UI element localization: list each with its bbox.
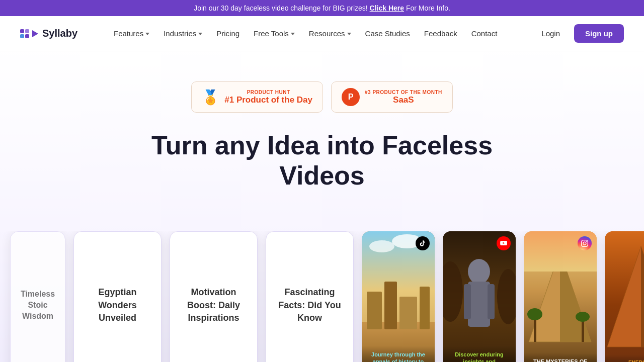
brand-name: Syllaby bbox=[42, 28, 77, 39]
card-overlay: THE MYSTERIES OF ANCIENT EGYPT bbox=[524, 353, 597, 362]
svg-rect-4 bbox=[399, 297, 417, 329]
chevron-down-icon bbox=[347, 33, 351, 35]
svg-point-6 bbox=[369, 240, 394, 252]
medal-icon: 🏅 bbox=[202, 89, 219, 106]
card-overlay: Discover enduring insights and philosoph… bbox=[443, 346, 516, 362]
svg-rect-5 bbox=[420, 287, 430, 329]
svg-rect-18 bbox=[534, 317, 536, 342]
nav-actions: Login Sign up bbox=[533, 24, 624, 43]
banner-text: Join our 30 day faceless video challenge… bbox=[194, 4, 368, 12]
banner-cta[interactable]: Click Here bbox=[370, 4, 404, 12]
navbar: Syllaby Features Industries Pricing Free… bbox=[0, 16, 644, 51]
signup-button[interactable]: Sign up bbox=[574, 24, 624, 43]
nav-industries[interactable]: Industries bbox=[157, 25, 208, 42]
card-title: Fascinating Facts: Did You Know bbox=[276, 286, 343, 324]
badge-product-hunt: 🏅 PRODUCT HUNT #1 Product of the Day bbox=[191, 81, 323, 113]
card-facts: Fascinating Facts: Did You Know bbox=[266, 231, 354, 362]
card-svg bbox=[362, 231, 435, 362]
login-button[interactable]: Login bbox=[533, 25, 568, 42]
promo-banner: Join our 30 day faceless video challenge… bbox=[0, 0, 644, 16]
tiktok-badge bbox=[416, 236, 430, 250]
ph-icon: P bbox=[342, 88, 360, 106]
brand-logo[interactable]: Syllaby bbox=[20, 28, 77, 39]
badge-ph-title: #1 Product of the Day bbox=[224, 95, 312, 105]
logo-play-icon bbox=[32, 30, 38, 37]
card-overlay: ENERGIZEWITH UPLI... bbox=[605, 354, 644, 362]
logo-mark bbox=[20, 29, 38, 38]
chevron-down-icon bbox=[145, 33, 149, 35]
card-egyptian: Egyptian Wonders Unveiled bbox=[73, 231, 162, 362]
card-svg bbox=[605, 231, 644, 362]
card-image: Discover enduring insights and philosoph… bbox=[443, 231, 516, 362]
svg-marker-25 bbox=[641, 246, 644, 347]
hero-section: 🏅 PRODUCT HUNT #1 Product of the Day P #… bbox=[0, 51, 644, 231]
card-title: Motivation Boost: Daily Inspirations bbox=[180, 286, 247, 324]
svg-point-19 bbox=[527, 308, 542, 320]
instagram-badge bbox=[578, 236, 592, 250]
card-tiktok: Journey through the annals of history to… bbox=[362, 231, 435, 362]
card-instagram: THE MYSTERIES OF ANCIENT EGYPT bbox=[524, 231, 597, 362]
svg-rect-10 bbox=[468, 282, 490, 327]
nav-contact[interactable]: Contact bbox=[465, 25, 504, 42]
badge-saas-content: #3 PRODUCT OF THE MONTH SaaS bbox=[365, 89, 442, 105]
nav-pricing[interactable]: Pricing bbox=[210, 25, 246, 42]
svg-rect-3 bbox=[384, 282, 397, 329]
card-image: ENERGIZEWITH UPLI... bbox=[605, 231, 644, 362]
chevron-down-icon bbox=[198, 33, 202, 35]
badge-row: 🏅 PRODUCT HUNT #1 Product of the Day P #… bbox=[20, 81, 624, 113]
nav-feedback[interactable]: Feedback bbox=[418, 25, 463, 42]
nav-case-studies[interactable]: Case Studies bbox=[359, 25, 416, 42]
svg-rect-12 bbox=[488, 284, 495, 319]
badge-ph-content: PRODUCT HUNT #1 Product of the Day bbox=[224, 89, 312, 105]
card-title: TimelessStoic Wisdom bbox=[21, 289, 55, 322]
svg-rect-20 bbox=[582, 319, 584, 342]
card-partial-right: ENERGIZEWITH UPLI... bbox=[605, 231, 644, 362]
nav-features[interactable]: Features bbox=[108, 25, 155, 42]
carousel-track: TimelessStoic Wisdom Egyptian Wonders Un… bbox=[0, 231, 644, 362]
svg-point-9 bbox=[468, 259, 490, 284]
nav-links: Features Industries Pricing Free Tools R… bbox=[108, 25, 503, 42]
svg-rect-2 bbox=[367, 292, 382, 329]
card-image: THE MYSTERIES OF ANCIENT EGYPT bbox=[524, 231, 597, 362]
badge-saas-label: #3 PRODUCT OF THE MONTH bbox=[365, 89, 442, 95]
card-youtube: Discover enduring insights and philosoph… bbox=[443, 231, 516, 362]
card-title: Egyptian Wonders Unveiled bbox=[84, 286, 151, 324]
nav-resources[interactable]: Resources bbox=[303, 25, 357, 42]
badge-saas: P #3 PRODUCT OF THE MONTH SaaS bbox=[331, 81, 453, 113]
card-svg bbox=[524, 231, 597, 362]
badge-ph-label: PRODUCT HUNT bbox=[224, 89, 312, 95]
badge-saas-title: SaaS bbox=[365, 95, 442, 105]
card-overlay: Journey through the annals of history to… bbox=[362, 346, 435, 362]
card-image: Journey through the annals of history to… bbox=[362, 231, 435, 362]
youtube-badge bbox=[497, 236, 511, 250]
video-carousel: TimelessStoic Wisdom Egyptian Wonders Un… bbox=[0, 231, 644, 362]
chevron-down-icon bbox=[291, 33, 295, 35]
card-motivation: Motivation Boost: Daily Inspirations bbox=[170, 231, 258, 362]
nav-free-tools[interactable]: Free Tools bbox=[248, 25, 301, 42]
banner-suffix: For More Info. bbox=[406, 4, 450, 12]
svg-point-21 bbox=[576, 312, 590, 322]
hero-heading: Turn any Idea into Faceless Videos bbox=[121, 131, 523, 191]
card-partial-1: TimelessStoic Wisdom bbox=[10, 231, 65, 362]
card-svg bbox=[443, 231, 516, 362]
svg-rect-11 bbox=[464, 284, 471, 319]
